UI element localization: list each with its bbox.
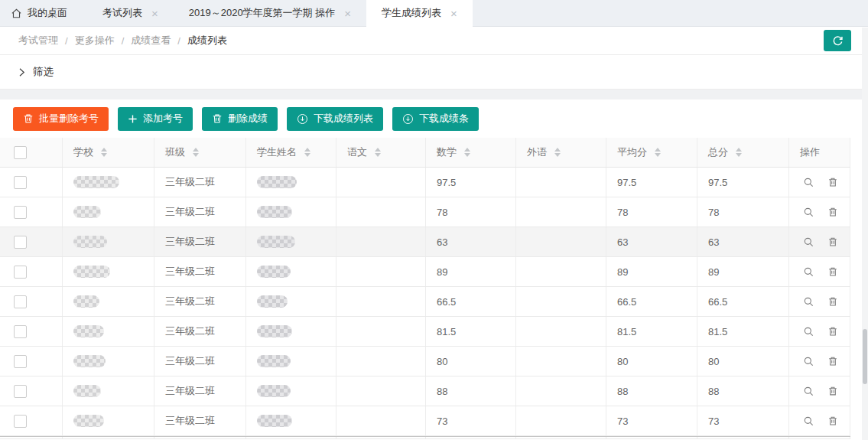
row-checkbox[interactable] [14,385,27,398]
column-header-label: 总分 [708,145,728,159]
delete-row-button[interactable] [827,266,838,277]
sort-carets-icon[interactable] [375,148,381,157]
row-checkbox[interactable] [14,355,27,368]
actions-cell [789,287,850,316]
trash-icon [827,266,838,277]
delete-row-button[interactable] [827,177,838,187]
foreign_language-cell [516,347,606,376]
toolbar-button-4[interactable]: 下载成绩条 [392,107,479,131]
column-header-math[interactable]: 数学 [426,138,516,167]
delete-row-button[interactable] [827,207,838,217]
column-header-school[interactable]: 学校 [63,138,154,167]
table-row: 三年级二班81.581.581.5 [0,317,850,347]
table-row: 三年级二班787878 [0,197,850,227]
sort-carets-icon[interactable] [655,148,661,157]
tab-item-2[interactable]: 学生成绩列表× [366,0,473,27]
row-checkbox[interactable] [14,176,27,189]
class-cell: 三年级二班 [154,287,246,316]
sort-carets-icon[interactable] [736,148,742,157]
column-header-label: 语文 [347,145,367,159]
section-divider [0,90,868,99]
delete-row-button[interactable] [827,296,838,307]
view-details-button[interactable] [803,416,814,427]
toolbar-button-label: 添加考号 [143,112,183,125]
view-details-button[interactable] [803,207,814,218]
column-header-foreign_language[interactable]: 外语 [516,138,606,167]
column-header-checkbox [0,138,63,167]
breadcrumb-separator: / [177,35,180,47]
math-cell: 63 [426,227,516,256]
row-checkbox[interactable] [14,295,27,308]
toolbar-button-1[interactable]: 添加考号 [118,107,193,131]
sort-carets-icon[interactable] [304,148,310,157]
toolbar-button-3[interactable]: 下载成绩列表 [287,107,383,131]
student-name-redacted-blur [257,355,291,367]
student-name-cell [246,227,336,256]
row-checkbox[interactable] [14,206,27,219]
row-checkbox[interactable] [14,266,27,279]
student-name-cell [246,347,336,376]
average-cell: 80 [606,347,697,376]
view-details-button[interactable] [803,356,814,367]
delete-row-button[interactable] [827,416,838,426]
sort-carets-icon[interactable] [193,148,199,157]
clipped-cell [336,437,426,438]
toolbar-button-2[interactable]: 删除成绩 [202,107,278,131]
actions-cell [789,317,850,346]
row-select-cell [0,317,63,346]
column-header-class[interactable]: 班级 [154,138,246,167]
tab-item-1[interactable]: 2019～2020学年度第一学期 操作× [174,0,366,26]
sort-carets-icon[interactable] [464,148,470,157]
total-cell: 63 [697,227,789,256]
view-details-button[interactable] [803,266,814,278]
vertical-scrollbar[interactable] [862,28,868,440]
column-header-student_name[interactable]: 学生姓名 [246,138,336,167]
sort-carets-icon[interactable] [554,148,561,157]
close-icon[interactable]: × [450,8,457,19]
view-details-button[interactable] [803,177,814,188]
view-details-button[interactable] [803,386,814,397]
view-details-button[interactable] [803,236,814,248]
math-cell: 89 [426,257,516,286]
student-name-redacted-blur [257,385,291,397]
view-details-button[interactable] [803,296,814,308]
delete-row-button[interactable] [827,356,838,367]
filter-section-toggle[interactable]: 筛选 [0,55,868,90]
toolbar-button-0[interactable]: 批量删除考号 [13,107,109,131]
actions-cell [789,227,850,256]
school-redacted-blur [73,295,99,308]
select-all-checkbox[interactable] [14,146,27,159]
class-cell: 三年级二班 [154,227,246,256]
refresh-button[interactable] [824,30,851,51]
view-details-button[interactable] [803,326,814,337]
tab-home[interactable]: 我的桌面 [0,0,87,26]
average-cell: 89 [606,257,697,286]
tab-item-0[interactable]: 考试列表× [87,0,174,26]
scrollbar-thumb[interactable] [863,329,867,384]
sort-carets-icon[interactable] [101,148,107,157]
column-header-average[interactable]: 平均分 [606,138,697,167]
column-header-label: 班级 [165,145,185,159]
math-cell: 97.5 [426,168,516,197]
close-icon[interactable]: × [151,8,158,19]
student-name-redacted-blur [257,176,297,188]
breadcrumb-item-0[interactable]: 考试管理 [18,34,58,47]
actions-cell [789,197,850,227]
table-row: 三年级二班66.566.566.5 [0,287,850,317]
breadcrumb-item-2[interactable]: 成绩查看 [131,34,171,47]
row-checkbox[interactable] [14,236,27,249]
close-icon[interactable]: × [344,8,351,19]
column-header-total[interactable]: 总分 [697,138,789,167]
student-name-redacted-blur [257,206,292,218]
delete-row-button[interactable] [827,386,838,396]
column-header-chinese[interactable]: 语文 [336,138,426,167]
delete-row-button[interactable] [827,236,838,247]
home-icon [11,8,22,19]
delete-row-button[interactable] [827,326,838,337]
column-header-label: 学生姓名 [257,145,297,159]
row-checkbox[interactable] [14,415,27,428]
table-row: 三年级二班898989 [0,257,850,287]
row-checkbox[interactable] [14,325,27,338]
foreign_language-cell [516,257,606,286]
breadcrumb-item-1[interactable]: 更多操作 [75,34,115,47]
